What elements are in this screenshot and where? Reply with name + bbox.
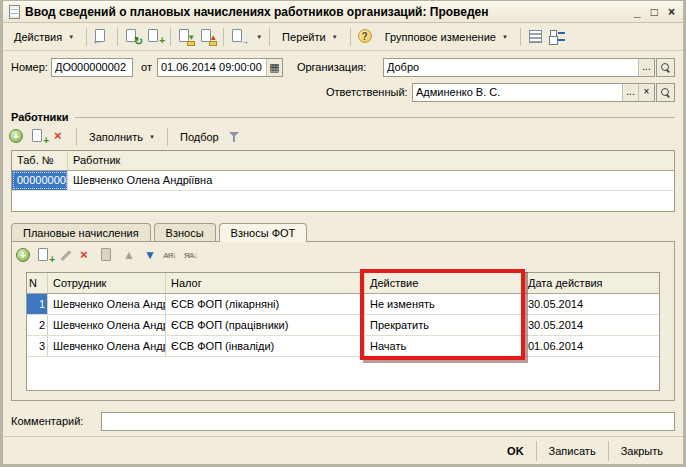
- footer-button-bar: OK Записать Закрыть: [3, 436, 683, 464]
- cell-row-number[interactable]: 2: [27, 315, 48, 335]
- calendar-icon: ▦: [269, 62, 279, 73]
- cell-action[interactable]: Прекратить: [365, 315, 523, 335]
- sort-ascending-icon[interactable]: АЯ: [161, 246, 181, 266]
- copy-row-icon[interactable]: +: [29, 127, 49, 147]
- tab-planned-accruals[interactable]: Плановые начисления: [11, 223, 151, 241]
- contributions-fot-panel: + + × ▲ ▼ АЯ ЯА N Сотрудник Налог Действ…: [11, 241, 675, 401]
- go-to-document-icon[interactable]: →: [229, 27, 249, 47]
- close-window-button[interactable]: Закрыть: [608, 441, 675, 461]
- column-header-employee[interactable]: Сотрудник: [48, 273, 166, 293]
- organization-choose-button[interactable]: ...: [638, 59, 654, 76]
- cell-action-date[interactable]: 30.05.2014: [523, 315, 659, 335]
- copy-row-icon[interactable]: +: [35, 246, 55, 266]
- cell-tax[interactable]: ЄСВ ФОП (інваліди): [166, 336, 365, 356]
- structure-rows-icon[interactable]: [526, 27, 546, 47]
- date-input[interactable]: [158, 60, 266, 75]
- save-button[interactable]: Записать: [536, 441, 608, 461]
- refresh-icon[interactable]: ↻: [123, 27, 143, 47]
- responsible-input[interactable]: [413, 85, 622, 100]
- toolbar-separator: [170, 28, 171, 46]
- main-toolbar: Действия ← ↻ + ▼ ▲ → Перейти ? Групповое…: [3, 23, 683, 51]
- cell-tax[interactable]: ЄСВ ФОП (працівники): [166, 315, 365, 335]
- organization-input[interactable]: [384, 60, 638, 75]
- number-label: Номер:: [11, 61, 51, 73]
- goto-menu-button[interactable]: Перейти: [275, 27, 345, 47]
- organization-label: Организация:: [297, 61, 383, 73]
- ok-button[interactable]: OK: [495, 441, 536, 461]
- group-caption-line: [75, 117, 675, 118]
- column-header-n[interactable]: N: [27, 273, 48, 293]
- toolbar-separator: [86, 28, 87, 46]
- header-form-row-1: Номер: от ▦ Организация: ...: [3, 56, 683, 78]
- magnifier-icon: [661, 63, 670, 72]
- delete-row-icon[interactable]: ×: [51, 127, 71, 147]
- cell-tab-no[interactable]: 0000000038: [12, 171, 68, 190]
- toolbar-separator: [223, 28, 224, 46]
- cell-row-number[interactable]: 1: [27, 294, 48, 314]
- sort-descending-icon[interactable]: ЯА: [182, 246, 202, 266]
- cell-action-date[interactable]: 01.06.2014: [523, 336, 659, 356]
- cell-action[interactable]: Начать: [365, 336, 523, 356]
- move-up-icon[interactable]: ▲: [119, 246, 139, 266]
- move-down-icon[interactable]: ▼: [140, 246, 160, 266]
- go-to-dropdown[interactable]: [251, 30, 264, 44]
- reread-document-icon[interactable]: ←: [92, 27, 112, 47]
- cell-employee[interactable]: Шевченко Олена Андріївна: [48, 336, 166, 356]
- edit-row-icon[interactable]: [56, 246, 76, 266]
- cell-row-number[interactable]: 3: [27, 336, 48, 356]
- cell-action[interactable]: Не изменять: [365, 294, 523, 314]
- comment-row: Комментарий:: [11, 410, 675, 432]
- fot-table-row[interactable]: 3 Шевченко Олена Андріївна ЄСВ ФОП (інва…: [27, 336, 659, 357]
- group-change-button[interactable]: Групповое изменение: [378, 27, 515, 47]
- workers-table-row[interactable]: 0000000038 Шевченко Олена Андріївна: [12, 171, 674, 191]
- window-title: Ввод сведений о плановых начислениях раб…: [25, 5, 634, 19]
- actions-menu-button[interactable]: Действия: [7, 27, 81, 47]
- column-header-action[interactable]: Действие: [365, 273, 523, 293]
- copy-document-icon[interactable]: +: [145, 27, 165, 47]
- fot-table-header: N Сотрудник Налог Действие Дата действия: [27, 273, 659, 294]
- number-input[interactable]: [51, 58, 133, 77]
- pick-button[interactable]: Подбор: [173, 127, 226, 147]
- column-header-tax[interactable]: Налог: [166, 273, 365, 293]
- responsible-choose-button[interactable]: ...: [622, 84, 638, 101]
- fot-table-row[interactable]: 1 Шевченко Олена Андріївна ЄСВ ФОП (ліка…: [27, 294, 659, 315]
- tab-strip: Плановые начисления Взносы Взносы ФОТ: [11, 221, 675, 241]
- filter-icon[interactable]: [228, 130, 242, 144]
- responsible-open-button[interactable]: [656, 83, 675, 102]
- unpost-document-icon[interactable]: ▲: [198, 27, 218, 47]
- toolbar-separator: [167, 128, 168, 146]
- fot-table-toolbar: + + × ▲ ▼ АЯ ЯА: [12, 242, 674, 269]
- fot-table: N Сотрудник Налог Действие Дата действия…: [26, 272, 660, 391]
- toolbar-separator: [350, 28, 351, 46]
- column-header-worker[interactable]: Работник: [68, 151, 674, 170]
- comment-input[interactable]: [102, 414, 674, 429]
- cell-worker-name[interactable]: Шевченко Олена Андріївна: [68, 171, 674, 190]
- cell-employee[interactable]: Шевченко Олена Андріївна: [48, 315, 166, 335]
- end-edit-icon[interactable]: [98, 246, 118, 266]
- column-header-action-date[interactable]: Дата действия: [523, 273, 659, 293]
- maximize-button[interactable]: □: [651, 5, 658, 19]
- minimize-button[interactable]: _: [634, 5, 641, 19]
- add-row-icon[interactable]: +: [7, 127, 27, 147]
- post-document-icon[interactable]: ▼: [176, 27, 196, 47]
- tab-contributions-fot[interactable]: Взносы ФОТ: [219, 223, 308, 242]
- cell-employee[interactable]: Шевченко Олена Андріївна: [48, 294, 166, 314]
- fot-table-row[interactable]: 2 Шевченко Олена Андріївна ЄСВ ФОП (прац…: [27, 315, 659, 336]
- checkbox-list-icon[interactable]: [548, 27, 568, 47]
- workers-group-caption: Работники: [11, 110, 675, 124]
- responsible-clear-button[interactable]: ×: [638, 84, 654, 101]
- column-header-tab-no[interactable]: Таб. №: [12, 151, 68, 170]
- delete-row-icon[interactable]: ×: [77, 246, 97, 266]
- cell-action-date[interactable]: 30.05.2014: [523, 294, 659, 314]
- title-bar: Ввод сведений о плановых начислениях раб…: [3, 1, 683, 23]
- help-icon[interactable]: ?: [356, 27, 376, 47]
- calendar-button[interactable]: ▦: [266, 59, 282, 76]
- add-row-icon[interactable]: +: [14, 246, 34, 266]
- organization-open-button[interactable]: [656, 58, 675, 77]
- document-icon: [9, 5, 20, 19]
- cell-tax[interactable]: ЄСВ ФОП (лікарняні): [166, 294, 365, 314]
- toolbar-separator: [520, 28, 521, 46]
- close-button[interactable]: ×: [668, 5, 675, 19]
- tab-contributions[interactable]: Взносы: [154, 223, 216, 241]
- fill-menu-button[interactable]: Заполнить: [82, 127, 162, 147]
